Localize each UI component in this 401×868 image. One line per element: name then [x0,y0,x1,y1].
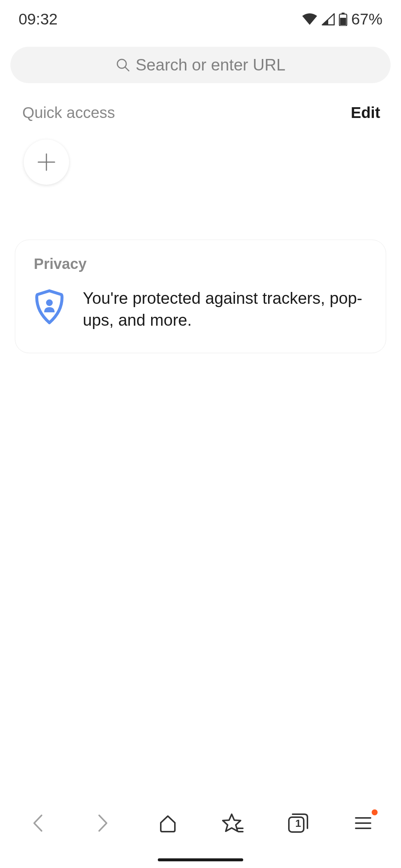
tab-count-label: 1 [295,818,301,829]
status-time: 09:32 [19,10,58,28]
shield-person-icon [34,289,65,326]
battery-icon [339,13,348,26]
nav-menu-button[interactable] [350,810,376,836]
quick-access-grid [0,122,401,203]
status-battery: 67% [351,10,382,28]
quick-access-title: Quick access [22,104,115,122]
nav-back-button[interactable] [25,810,51,836]
notification-dot-icon [372,809,378,815]
nav-home-button[interactable] [155,810,181,836]
nav-bookmarks-button[interactable] [220,810,246,836]
status-bar: 09:32 67% [0,0,401,36]
search-placeholder: Search or enter URL [136,56,286,74]
privacy-card-body: You're protected against trackers, pop-u… [34,287,367,331]
add-quick-access-button[interactable] [24,139,69,185]
gesture-bar [158,858,243,861]
wifi-icon [301,13,318,26]
svg-line-4 [125,67,129,71]
star-icon [222,813,244,834]
privacy-card-text: You're protected against trackers, pop-u… [83,287,367,331]
cell-signal-icon [322,13,335,26]
search-input[interactable]: Search or enter URL [10,47,391,83]
nav-forward-button[interactable] [90,810,116,836]
privacy-card[interactable]: Privacy You're protected against tracker… [15,240,386,353]
quick-access-header: Quick access Edit [0,83,401,122]
svg-point-7 [46,299,53,306]
status-right: 67% [301,10,382,28]
nav-tabs-button[interactable]: 1 [285,810,311,836]
svg-rect-2 [340,18,346,25]
chevron-right-icon [97,813,109,833]
privacy-card-title: Privacy [34,256,367,272]
chevron-left-icon [32,813,44,833]
search-icon [115,57,130,72]
home-icon [158,813,178,833]
menu-icon [354,816,372,831]
edit-button[interactable]: Edit [351,104,380,122]
plus-icon [36,152,57,172]
